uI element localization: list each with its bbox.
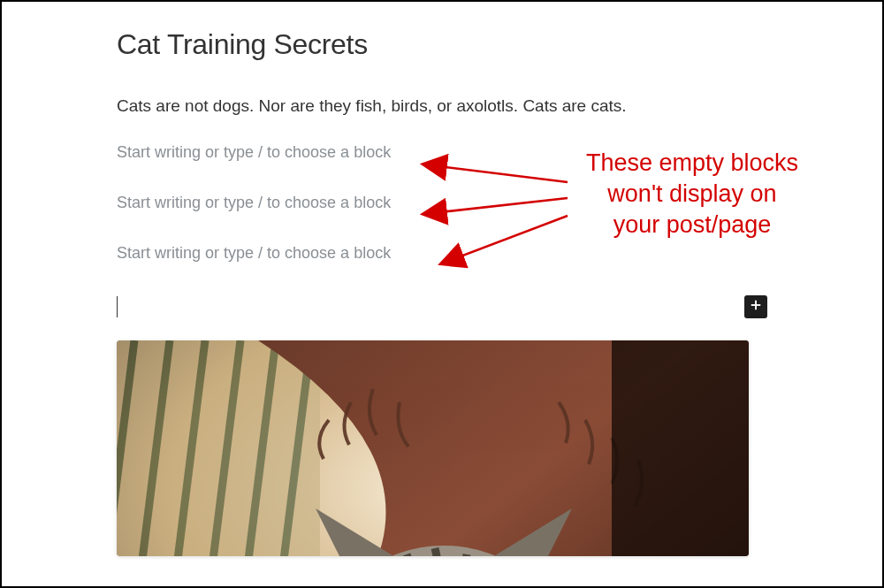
new-block-row[interactable]	[117, 294, 767, 319]
image-block[interactable]	[117, 340, 749, 556]
text-cursor	[117, 296, 118, 317]
add-block-button[interactable]	[744, 295, 767, 318]
annotation-label: These empty blocks won't display on your…	[564, 148, 820, 241]
empty-block-placeholder[interactable]: Start writing or type / to choose a bloc…	[117, 244, 767, 263]
annotation-line: won't display on	[607, 180, 776, 207]
editor-canvas: Cat Training Secrets Cats are not dogs. …	[2, 2, 882, 556]
paragraph-block[interactable]: Cats are not dogs. Nor are they fish, bi…	[117, 95, 767, 118]
annotation-line: These empty blocks	[586, 149, 798, 176]
plus-icon	[748, 297, 764, 316]
svg-rect-17	[612, 340, 749, 556]
post-title[interactable]: Cat Training Secrets	[117, 28, 767, 61]
annotation-line: your post/page	[613, 211, 772, 238]
